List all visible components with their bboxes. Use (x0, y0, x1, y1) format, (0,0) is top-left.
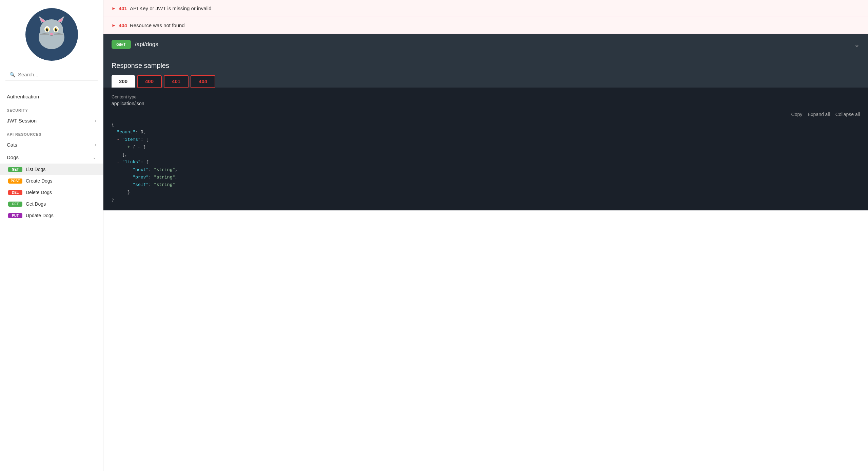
jwt-label: JWT Session (7, 118, 37, 124)
list-dogs-label: List Dogs (26, 167, 45, 172)
code-block: { "count": 0, - "items": [ + { … } ], - … (112, 121, 860, 204)
collapse-all-button[interactable]: Collapse all (835, 112, 860, 117)
chevron-down-icon: ⌄ (93, 155, 96, 160)
expand-all-button[interactable]: Expand all (808, 112, 830, 117)
logo-area (0, 0, 103, 66)
sidebar-item-authentication[interactable]: Authentication (0, 90, 103, 103)
method-badge-del: DEL (8, 190, 22, 195)
search-icon: 🔍 (9, 72, 15, 77)
chevron-icon-404: ► (112, 23, 116, 28)
logo-circle (25, 8, 78, 61)
sidebar-nav: Authentication SECURITY JWT Session › AP… (0, 86, 103, 225)
sidebar-subitem-delete-dogs[interactable]: DEL Delete Dogs (0, 187, 103, 198)
tab-404[interactable]: 404 (191, 75, 215, 88)
endpoint-method-badge: GET (112, 40, 131, 49)
tab-200[interactable]: 200 (112, 75, 135, 88)
sidebar: 🔍 Authentication SECURITY JWT Session › … (0, 0, 103, 471)
error-msg-404: Resource was not found (130, 22, 185, 28)
search-container: 🔍 (0, 66, 103, 86)
response-samples-title: Response samples (112, 62, 860, 70)
code-toolbar: Copy Expand all Collapse all (112, 112, 860, 117)
main-content: ► 401 API Key or JWT is missing or inval… (103, 0, 868, 471)
copy-button[interactable]: Copy (791, 112, 803, 117)
svg-point-14 (50, 33, 53, 35)
endpoint-row[interactable]: GET /api/dogs ⌄ (103, 34, 868, 55)
chevron-icon-401: ► (112, 6, 116, 11)
search-input[interactable] (18, 72, 94, 77)
cat-logo (31, 14, 72, 55)
error-row-404: ► 404 Resource was not found (103, 17, 868, 34)
svg-point-1 (40, 19, 63, 40)
method-badge-get2: GET (8, 202, 22, 207)
delete-dogs-label: Delete Dogs (26, 190, 52, 195)
get-dogs-label: Get Dogs (26, 201, 46, 207)
search-box[interactable]: 🔍 (5, 69, 98, 80)
endpoint-path: /api/dogs (135, 41, 850, 48)
sidebar-subitem-get-dogs[interactable]: GET Get Dogs (0, 198, 103, 210)
api-resources-label: API RESOURCES (0, 127, 103, 138)
code-area: Content type application/json Copy Expan… (103, 88, 868, 210)
endpoint-chevron-icon[interactable]: ⌄ (854, 40, 860, 49)
tab-401[interactable]: 401 (164, 75, 189, 88)
sidebar-subitem-create-dogs[interactable]: POST Create Dogs (0, 175, 103, 187)
sidebar-subitem-list-dogs[interactable]: GET List Dogs (0, 164, 103, 175)
content-type-label: Content type (112, 94, 860, 99)
method-badge-put: PUT (8, 213, 22, 218)
method-badge-post: POST (8, 178, 22, 184)
error-row-401: ► 401 API Key or JWT is missing or inval… (103, 0, 868, 17)
sidebar-item-dogs[interactable]: Dogs ⌄ (0, 151, 103, 164)
svg-point-13 (56, 28, 57, 29)
sidebar-subitem-update-dogs[interactable]: PUT Update Dogs (0, 210, 103, 221)
method-badge-get: GET (8, 167, 22, 172)
error-code-404: 404 (119, 22, 127, 28)
create-dogs-label: Create Dogs (26, 178, 53, 184)
auth-label: Authentication (7, 94, 39, 99)
response-samples-section: Response samples 200 400 401 404 (103, 55, 868, 88)
security-section-label: SECURITY (0, 103, 103, 114)
svg-point-12 (47, 28, 48, 29)
error-code-401: 401 (119, 5, 127, 11)
update-dogs-label: Update Dogs (26, 213, 54, 218)
content-type-value: application/json (112, 101, 860, 106)
dogs-label: Dogs (7, 154, 19, 160)
response-tabs: 200 400 401 404 (112, 75, 860, 88)
sidebar-item-cats[interactable]: Cats › (0, 138, 103, 151)
cats-label: Cats (7, 142, 17, 148)
tab-400[interactable]: 400 (137, 75, 162, 88)
error-msg-401: API Key or JWT is missing or invalid (130, 5, 212, 11)
chevron-right-icon: › (95, 142, 96, 147)
sidebar-item-jwt[interactable]: JWT Session › (0, 114, 103, 127)
chevron-right-icon: › (95, 118, 96, 123)
